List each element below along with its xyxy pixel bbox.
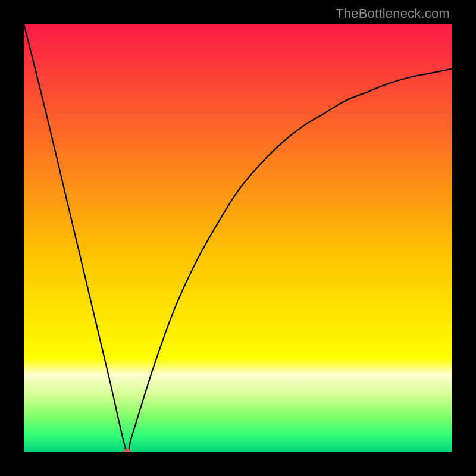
chart-frame: TheBottleneck.com — [0, 0, 476, 476]
min-point-marker — [123, 449, 131, 452]
plot-area — [24, 24, 452, 452]
bottleneck-curve-path — [24, 24, 452, 452]
curve-layer — [24, 24, 452, 452]
watermark-label: TheBottleneck.com — [336, 6, 450, 21]
